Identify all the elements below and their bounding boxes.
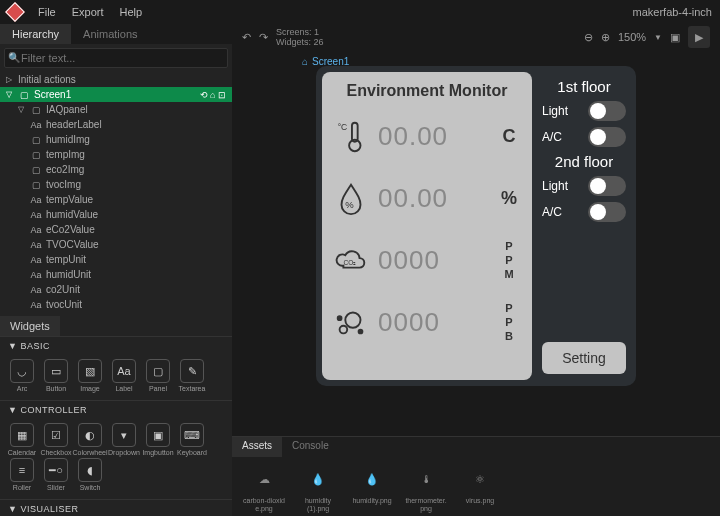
widget-image[interactable]: ▧Image: [74, 359, 106, 392]
zoom-in-icon[interactable]: ⊕: [601, 31, 610, 44]
asset-item[interactable]: 💧humidity (1).png: [296, 463, 340, 513]
svg-text:CO₂: CO₂: [343, 259, 356, 266]
row-co2: CO₂ 0000 PPM: [330, 232, 524, 288]
tree-item-tempUnit[interactable]: AatempUnit: [0, 252, 232, 267]
svg-point-8: [338, 316, 342, 320]
breadcrumb[interactable]: ⌂ Screen1: [302, 56, 349, 67]
control-panel: 1st floor Light A/C 2nd floor Light A/C …: [538, 72, 630, 380]
svg-point-7: [359, 330, 363, 334]
asset-item[interactable]: ⚛virus.png: [458, 463, 502, 513]
tab-assets[interactable]: Assets: [232, 437, 282, 457]
row-temp: °C 00.00 C: [330, 108, 524, 164]
widget-panel[interactable]: ▢Panel: [142, 359, 174, 392]
tree-initial-actions[interactable]: ▷Initial actions: [0, 72, 232, 87]
svg-point-5: [345, 313, 360, 328]
tree-item-TVOCValue[interactable]: AaTVOCValue: [0, 237, 232, 252]
widgets-controller: ▼ CONTROLLER ▦Calendar☑Checkbox◐Colorwhe…: [0, 400, 232, 499]
play-button[interactable]: ▶: [688, 26, 710, 48]
hierarchy-tree: ▷Initial actions ▽▢Screen1 ⟲ ⌂ ⊡ ▽▢IAQpa…: [0, 72, 232, 312]
widget-colorwheel[interactable]: ◐Colorwheel: [74, 423, 106, 456]
widget-keyboard[interactable]: ⌨Keyboard: [176, 423, 208, 456]
tab-animations[interactable]: Animations: [71, 24, 149, 44]
floor2-head: 2nd floor: [542, 153, 626, 170]
tree-item-tempValue[interactable]: AatempValue: [0, 192, 232, 207]
row-humid: % 00.00 %: [330, 170, 524, 226]
tree-item-actions[interactable]: ⟲ ⌂ ⊡: [200, 90, 226, 100]
widget-dropdown[interactable]: ▾Dropdown: [108, 423, 140, 456]
tree-item-humidUnit[interactable]: AahumidUnit: [0, 267, 232, 282]
env-panel[interactable]: Environment Monitor °C 00.00 C % 00.00 %…: [322, 72, 532, 380]
project-name: makerfab-4-inch: [633, 6, 712, 18]
panel-icon: ▢: [30, 105, 42, 115]
widget-arc[interactable]: ◡Arc: [6, 359, 38, 392]
menu-help[interactable]: Help: [120, 6, 143, 18]
switch-f2-light[interactable]: [588, 176, 626, 196]
temp-unit: C: [494, 129, 524, 143]
device-preview[interactable]: Environment Monitor °C 00.00 C % 00.00 %…: [316, 66, 636, 386]
row-tvoc: 0000 PPB: [330, 294, 524, 350]
canvas[interactable]: ⌂ Screen1 Environment Monitor °C 00.00 C…: [232, 50, 720, 436]
tree-item-tempImg[interactable]: ▢tempImg: [0, 147, 232, 162]
widgets-basic: ▼ BASIC ◡Arc▭Button▧ImageAaLabel▢Panel✎T…: [0, 336, 232, 400]
tab-hierarchy[interactable]: Hierarchy: [0, 24, 71, 44]
main-area: ↶ ↷ Screens: 1 Widgets: 26 ⊖ ⊕ 150% ▼ ▣ …: [232, 24, 720, 516]
asset-item[interactable]: 💧humidity.png: [350, 463, 394, 513]
svg-text:°C: °C: [338, 122, 348, 132]
svg-point-6: [340, 326, 348, 334]
left-tabs: Hierarchy Animations: [0, 24, 232, 44]
asset-item[interactable]: 🌡thermometer. png: [404, 463, 448, 513]
tree-item-co2Unit[interactable]: Aaco2Unit: [0, 282, 232, 297]
tree-item-tvocImg[interactable]: ▢tvocImg: [0, 177, 232, 192]
floor1-head: 1st floor: [542, 78, 626, 95]
fit-icon[interactable]: ▣: [670, 31, 680, 44]
tree-screen1[interactable]: ▽▢Screen1 ⟲ ⌂ ⊡: [0, 87, 232, 102]
stats: Screens: 1 Widgets: 26: [276, 27, 324, 47]
switch-f2-ac[interactable]: [588, 202, 626, 222]
zoom-level[interactable]: 150%: [618, 31, 646, 43]
widgets-tab[interactable]: Widgets: [0, 316, 60, 336]
assets-panel: Assets Console ☁carbon-dioxid e.png💧humi…: [232, 436, 720, 516]
svg-text:%: %: [345, 199, 354, 210]
setting-button[interactable]: Setting: [542, 342, 626, 374]
widget-imgbutton[interactable]: ▣Imgbutton: [142, 423, 174, 456]
tvoc-value: 0000: [378, 307, 488, 338]
widget-calendar[interactable]: ▦Calendar: [6, 423, 38, 456]
chevron-down-icon[interactable]: ▼: [654, 33, 662, 42]
home-icon: ⌂: [302, 56, 308, 67]
humid-value: 00.00: [378, 183, 488, 214]
tree-item-humidValue[interactable]: AahumidValue: [0, 207, 232, 222]
undo-icon[interactable]: ↶: [242, 31, 251, 44]
widget-switch[interactable]: ◖Switch: [74, 458, 106, 491]
widget-textarea[interactable]: ✎Textarea: [176, 359, 208, 392]
menu-export[interactable]: Export: [72, 6, 104, 18]
zoom-out-icon[interactable]: ⊖: [584, 31, 593, 44]
widget-slider[interactable]: ━○Slider: [40, 458, 72, 491]
tree-item-headerLabel[interactable]: AaheaderLabel: [0, 117, 232, 132]
asset-item[interactable]: ☁carbon-dioxid e.png: [242, 463, 286, 513]
tree-panel[interactable]: ▽▢IAQpanel: [0, 102, 232, 117]
floor1-ac: A/C: [542, 127, 626, 147]
menubar: File Export Help makerfab-4-inch: [0, 0, 720, 24]
filter-wrap: 🔍: [4, 48, 228, 68]
switch-f1-light[interactable]: [588, 101, 626, 121]
humid-unit: %: [494, 191, 524, 205]
widget-label[interactable]: AaLabel: [108, 359, 140, 392]
widget-button[interactable]: ▭Button: [40, 359, 72, 392]
co2-unit: PPM: [494, 239, 524, 281]
switch-f1-ac[interactable]: [588, 127, 626, 147]
redo-icon[interactable]: ↷: [259, 31, 268, 44]
widget-roller[interactable]: ≡Roller: [6, 458, 38, 491]
screen-icon: ▢: [18, 90, 30, 100]
widget-checkbox[interactable]: ☑Checkbox: [40, 423, 72, 456]
co2-value: 0000: [378, 245, 488, 276]
tree-item-tvocUnit[interactable]: AatvocUnit: [0, 297, 232, 312]
tree-item-eCo2Value[interactable]: AaeCo2Value: [0, 222, 232, 237]
floor2-ac: A/C: [542, 202, 626, 222]
tree-item-eco2Img[interactable]: ▢eco2Img: [0, 162, 232, 177]
tab-console[interactable]: Console: [282, 437, 339, 457]
menu-file[interactable]: File: [38, 6, 56, 18]
tree-item-humidImg[interactable]: ▢humidImg: [0, 132, 232, 147]
temp-value: 00.00: [378, 121, 488, 152]
filter-input[interactable]: [4, 48, 228, 68]
left-panel: Hierarchy Animations 🔍 ▷Initial actions …: [0, 24, 232, 516]
